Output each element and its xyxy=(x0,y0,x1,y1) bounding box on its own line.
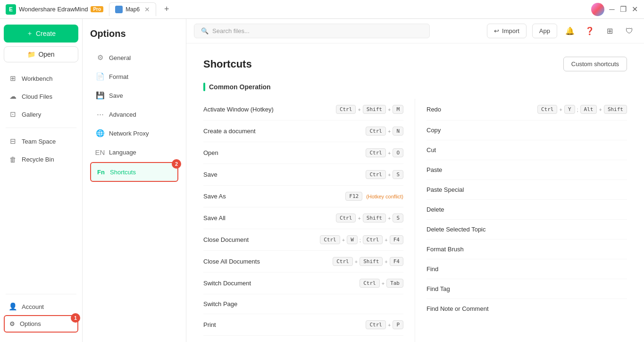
key-n: N xyxy=(393,127,403,136)
shortcut-keys: Ctrl + N xyxy=(366,127,403,136)
import-button[interactable]: ↩ Import xyxy=(487,24,527,38)
sidebar-divider-bottom xyxy=(6,294,76,294)
opt-item-shortcuts[interactable]: Fn Shortcuts 2 xyxy=(90,162,178,182)
help-icon[interactable]: ❓ xyxy=(583,24,597,38)
recycle-bin-label: Recycle Bin xyxy=(22,156,54,163)
close-button[interactable]: ✕ xyxy=(631,6,638,13)
common-operation-header: Common Operation xyxy=(203,83,627,91)
shortcut-name: Create a document xyxy=(203,128,288,135)
shortcut-format-brush: Format Brush xyxy=(427,239,627,259)
sidebar-item-recycle-bin[interactable]: 🗑 Recycle Bin xyxy=(4,151,78,168)
shortcut-name: Paste Special xyxy=(427,186,511,193)
opt-item-save[interactable]: 💾 Save xyxy=(90,86,178,104)
shortcut-open: Open Ctrl + O xyxy=(203,142,403,164)
shortcuts-left-col: Activate Window (Hotkey) Ctrl + Shift + … xyxy=(203,99,415,342)
key-ctrl: Ctrl xyxy=(360,279,380,288)
shortcut-name: Activate Window (Hotkey) xyxy=(203,106,288,113)
sidebar-item-workbench[interactable]: ⊞ Workbench xyxy=(4,70,78,87)
shield-icon[interactable]: 🛡 xyxy=(622,24,636,38)
shortcut-paste: Paste xyxy=(427,160,627,180)
bell-icon[interactable]: 🔔 xyxy=(563,24,577,38)
key-ctrl: Ctrl xyxy=(333,257,353,266)
tab-icon xyxy=(115,6,123,13)
minimize-button[interactable]: ─ xyxy=(608,6,616,13)
shortcut-name: Find xyxy=(427,265,511,273)
sidebar-item-account[interactable]: 👤 Account xyxy=(4,298,78,315)
shortcut-name: Switch Document xyxy=(203,280,288,287)
avatar[interactable] xyxy=(591,3,604,16)
workbench-label: Workbench xyxy=(22,75,53,82)
options-menu: ⚙ General 📄 Format 💾 Save ⋯ Advanced 🌐 N… xyxy=(90,49,178,182)
titlebar-right: ─ ❐ ✕ xyxy=(591,3,638,16)
shortcut-switch-document: Switch Document Ctrl + Tab xyxy=(203,273,403,294)
maximize-button[interactable]: ❐ xyxy=(619,6,627,13)
app-button[interactable]: App xyxy=(532,24,557,38)
shortcut-keys: Ctrl + W ; Ctrl + F4 xyxy=(320,235,403,244)
key-alt: Alt xyxy=(580,105,597,114)
sidebar-item-cloud-files[interactable]: ☁ Cloud Files xyxy=(4,88,78,105)
key-p: P xyxy=(393,320,403,329)
shortcut-name: Find Tag xyxy=(427,285,511,292)
top-bar-actions: ↩ Import App 🔔 ❓ ⊞ 🛡 xyxy=(487,24,636,38)
hotkey-conflict: (Hotkey conflict) xyxy=(366,194,403,199)
shortcut-name: Save xyxy=(203,171,288,178)
sidebar-item-team-space[interactable]: ⊟ Team Space xyxy=(4,133,78,150)
shortcut-name: Save All xyxy=(203,214,288,222)
shortcut-save-as: Save As F12 (Hotkey conflict) xyxy=(203,186,403,207)
opt-item-language[interactable]: EN Language xyxy=(90,143,178,161)
map6-tab[interactable]: Map6 ✕ xyxy=(109,2,156,16)
tab-close-icon[interactable]: ✕ xyxy=(144,6,150,13)
shortcut-save-all: Save All Ctrl + Shift + S xyxy=(203,207,403,229)
key-ctrl: Ctrl xyxy=(366,127,386,136)
advanced-icon: ⋯ xyxy=(96,110,104,119)
shortcut-save: Save Ctrl + S xyxy=(203,164,403,186)
grid-icon[interactable]: ⊞ xyxy=(602,24,617,38)
left-sidebar: ＋ Create 📁 Open ⊞ Workbench ☁ Cloud File… xyxy=(0,19,83,342)
sidebar-item-gallery[interactable]: ⊡ Gallery xyxy=(4,106,78,123)
create-button[interactable]: ＋ Create xyxy=(4,25,78,43)
shortcut-name: Open xyxy=(203,149,288,156)
options-label: Options xyxy=(20,320,41,327)
shortcut-keys: Ctrl + Shift + F4 xyxy=(333,257,403,266)
key-o: O xyxy=(393,148,403,157)
network-proxy-label: Network Proxy xyxy=(109,130,149,137)
opt-item-network-proxy[interactable]: 🌐 Network Proxy xyxy=(90,124,178,142)
shortcut-close-document: Close Document Ctrl + W ; Ctrl + F4 xyxy=(203,229,403,251)
shortcut-create-document: Create a document Ctrl + N xyxy=(203,120,403,142)
search-box[interactable]: 🔍 Search files... xyxy=(194,24,430,38)
custom-shortcuts-button[interactable]: Custom shortcuts xyxy=(563,57,627,71)
tab-label: Map6 xyxy=(125,6,140,13)
key-f12: F12 xyxy=(345,192,362,201)
import-icon: ↩ xyxy=(494,27,499,34)
shortcuts-label: Shortcuts xyxy=(110,169,136,176)
language-icon: EN xyxy=(96,148,104,156)
cloud-icon: ☁ xyxy=(8,92,17,101)
app-icon: E xyxy=(6,4,16,15)
shortcut-keys: Ctrl + P xyxy=(366,320,403,329)
key-ctrl: Ctrl xyxy=(320,235,340,244)
key-shift: Shift xyxy=(360,257,383,266)
sidebar-item-options[interactable]: ⚙ Options 1 xyxy=(4,315,78,333)
opt-item-format[interactable]: 📄 Format xyxy=(90,68,178,86)
new-tab-button[interactable]: + xyxy=(160,3,173,16)
key-shift: Shift xyxy=(363,214,386,222)
shortcut-keys: Ctrl + Shift + M xyxy=(336,105,403,114)
shortcut-switch-page: Switch Page xyxy=(203,294,403,314)
shortcut-delete-selected-topic: Delete Selected Topic xyxy=(427,220,627,239)
shortcuts-header: Shortcuts Custom shortcuts xyxy=(203,57,627,71)
opt-item-general[interactable]: ⚙ General xyxy=(90,49,178,67)
shortcut-copy: Copy xyxy=(427,120,627,140)
shortcut-print: Print Ctrl + P xyxy=(203,314,403,336)
key-f4: F4 xyxy=(390,235,403,244)
key-s: S xyxy=(393,170,403,179)
open-folder-icon: 📁 xyxy=(27,51,35,58)
shortcuts-title: Shortcuts xyxy=(203,58,252,70)
create-label: Create xyxy=(36,30,56,37)
opt-item-advanced[interactable]: ⋯ Advanced xyxy=(90,105,178,123)
general-icon: ⚙ xyxy=(96,53,104,62)
options-badge: 1 xyxy=(71,313,80,323)
advanced-label: Advanced xyxy=(109,111,136,118)
options-panel: Options ⚙ General 📄 Format 💾 Save ⋯ Adva… xyxy=(83,19,186,342)
open-button[interactable]: 📁 Open xyxy=(4,46,78,62)
key-y: Y xyxy=(564,105,575,114)
